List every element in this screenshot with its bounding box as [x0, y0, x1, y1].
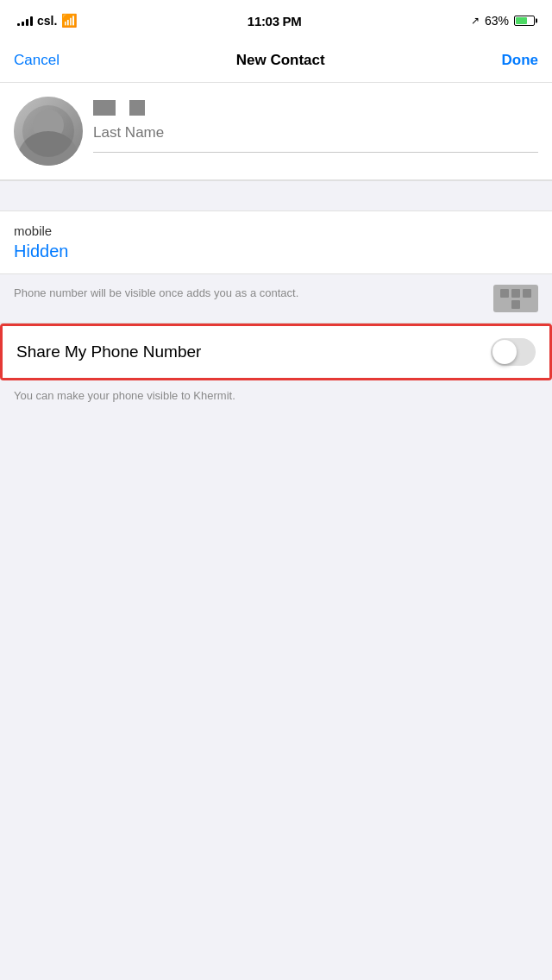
share-caption-section: You can make your phone visible to Kherm… — [0, 380, 552, 418]
wifi-icon: 📶 — [61, 13, 78, 28]
status-left: csl. 📶 — [17, 13, 78, 28]
contact-fields — [93, 97, 538, 153]
first-name-pixelated — [93, 100, 116, 116]
first-name-pixelated2 — [129, 100, 145, 116]
battery-icon — [514, 16, 535, 26]
battery-percent-label: 63% — [485, 14, 509, 28]
status-bar: csl. 📶 11:03 PM ↗ 63% — [0, 0, 552, 38]
signal-bars-icon — [17, 16, 33, 26]
name-pixel-row — [93, 100, 538, 116]
phone-label: mobile — [14, 223, 538, 238]
bottom-fill — [0, 418, 552, 677]
share-phone-label: Share My Phone Number — [16, 342, 201, 361]
location-icon: ↗ — [471, 15, 480, 27]
share-phone-highlight-box: Share My Phone Number — [0, 324, 552, 380]
share-caption-text: You can make your phone visible to Kherm… — [14, 387, 538, 405]
info-text: Phone number will be visible once adds y… — [14, 285, 493, 302]
info-section: Phone number will be visible once adds y… — [0, 274, 552, 324]
contact-form-section — [0, 83, 552, 180]
redacted-image — [493, 285, 538, 312]
done-button[interactable]: Done — [501, 52, 538, 69]
nav-bar: Cancel New Contact Done — [0, 38, 552, 83]
toggle-knob — [492, 340, 517, 364]
share-phone-toggle[interactable] — [491, 338, 536, 366]
share-phone-section: Share My Phone Number — [3, 326, 549, 378]
page-title: New Contact — [236, 52, 325, 69]
avatar[interactable] — [14, 97, 83, 166]
phone-value: Hidden — [14, 242, 538, 261]
last-name-input[interactable] — [93, 121, 538, 145]
status-time: 11:03 PM — [248, 14, 302, 28]
last-name-field-row — [93, 121, 538, 153]
status-right: ↗ 63% — [471, 14, 535, 28]
phone-section: mobile Hidden — [0, 211, 552, 274]
cancel-button[interactable]: Cancel — [14, 52, 60, 69]
separator-section — [0, 180, 552, 211]
carrier-label: csl. — [37, 14, 57, 28]
